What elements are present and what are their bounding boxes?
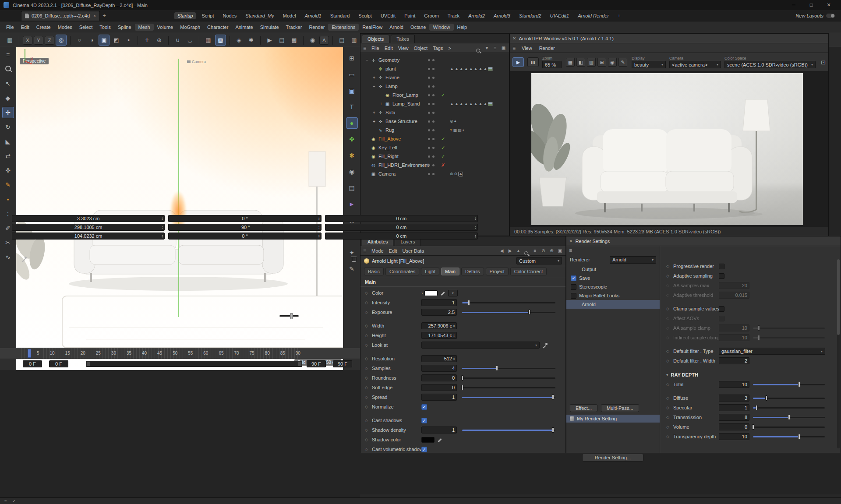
sort-icon[interactable]: ≡	[492, 46, 498, 50]
color-swatch[interactable]	[421, 437, 435, 443]
z-axis-lock-button[interactable]: Z	[45, 36, 54, 45]
layout-tab[interactable]: Arnold3	[491, 12, 513, 19]
keyframe-diamond-icon[interactable]: ◇	[666, 283, 673, 288]
menu-item[interactable]: Help	[454, 24, 471, 31]
expander-icon[interactable]: −	[371, 84, 377, 89]
object-name[interactable]: Frame	[384, 75, 399, 80]
frame-region-icon[interactable]: ▭	[346, 69, 358, 80]
object-name[interactable]: Camera	[377, 171, 396, 176]
range-start-field[interactable]: 0 F	[23, 360, 42, 367]
checkbox[interactable]	[571, 275, 576, 281]
text-tool-icon[interactable]: T	[346, 101, 358, 113]
value-field[interactable]: 10▴▾	[719, 324, 749, 331]
preset-dropdown[interactable]: Custom▾	[516, 257, 562, 264]
object-name[interactable]: Lamp	[384, 84, 398, 89]
checkbox[interactable]	[719, 316, 724, 321]
checkbox[interactable]	[719, 264, 724, 269]
filter-icon[interactable]: ▼	[484, 46, 490, 50]
layout-tab[interactable]: Arnold1	[302, 12, 325, 19]
value-field[interactable]: 10▴▾	[719, 433, 749, 440]
display-dropdown[interactable]: beauty▾	[632, 61, 666, 68]
stepper-arrows[interactable]: ▴▾	[475, 217, 476, 220]
polygon-selection-tags[interactable]: ▲▲▲▲▲▲▲▲	[450, 102, 493, 106]
keyframe-diamond-icon[interactable]: ◇	[365, 405, 372, 409]
panel-menu-item[interactable]: Mode	[369, 247, 386, 254]
stepper-arrows[interactable]: ▴▾	[318, 234, 320, 238]
pencil-icon[interactable]	[437, 437, 442, 443]
visibility-dots[interactable]	[428, 164, 435, 166]
keyframe-diamond-icon[interactable]: ◇	[365, 376, 372, 380]
object-tree-row[interactable]: ◉ Key_Left ✓ ✗ ▲▲▲▲▲▲▲▲ ⊘● ?▦▤◐ ⊕⊘A	[360, 143, 509, 152]
panel-menu-item[interactable]: >	[445, 45, 453, 52]
checkbox[interactable]	[421, 447, 427, 452]
snap-toggle-button[interactable]: ∪	[172, 35, 183, 46]
keyframe-diamond-icon[interactable]: ◇	[365, 356, 372, 361]
visibility-dots[interactable]	[428, 138, 435, 140]
value-slider[interactable]	[753, 384, 825, 385]
object-tree-row[interactable]: ◉ Fill_Right ✓ ✗ ▲▲▲▲▲▲▲▲ ⊘● ?▦▤◐ ⊕⊘A	[360, 152, 509, 161]
visibility-dots[interactable]	[428, 85, 435, 88]
keyframe-diamond-icon[interactable]: ◇	[666, 316, 673, 321]
new-window-icon[interactable]: ▣	[557, 248, 563, 253]
new-document-button[interactable]: +	[100, 12, 109, 19]
panel-menu-icon[interactable]: ≡	[510, 45, 518, 51]
stepper-arrows[interactable]: ▴▾	[318, 226, 320, 229]
pen-tool[interactable]: ✎	[2, 179, 14, 190]
checkbox[interactable]	[571, 284, 576, 290]
menu-item[interactable]: Extensions	[328, 24, 359, 31]
coordinate-system-button[interactable]: ◎	[56, 35, 67, 46]
menu-item[interactable]: Animate	[232, 24, 256, 31]
object-tree-row[interactable]: ◎ Fill_HDRI_Environment ✓ ✗ ▲▲▲▲▲▲▲▲ ⊘● …	[360, 161, 509, 169]
thumbnail-size-slider[interactable]	[279, 315, 299, 317]
keyframe-diamond-icon[interactable]: ◇	[666, 274, 673, 278]
value-slider[interactable]	[462, 397, 555, 398]
expander-icon[interactable]: +	[378, 102, 384, 106]
polygon-selection-tags[interactable]: ▲▲▲▲▲▲▲▲	[450, 67, 493, 71]
bookmark-flag-icon[interactable]: ►	[346, 198, 358, 210]
keyframe-diamond-icon[interactable]: ◇	[365, 324, 372, 328]
layout-tab[interactable]: Paint	[401, 12, 418, 19]
enabled-check-icon[interactable]: ✓	[441, 92, 445, 98]
keyframe-diamond-icon[interactable]: ◇	[365, 310, 372, 314]
paint-tool[interactable]: ▪	[2, 194, 14, 205]
ipr-pause-button[interactable]: ▮▮	[527, 57, 539, 67]
viewport-grid-icon[interactable]: ▦	[4, 35, 15, 46]
expand-arrow-icon[interactable]: ›	[421, 290, 423, 296]
keyframe-diamond-icon[interactable]: ◇	[365, 333, 372, 338]
axis-lock-button[interactable]: ✛	[141, 35, 152, 46]
render-view-button[interactable]: ▶	[264, 35, 275, 46]
expander-icon[interactable]: +	[371, 119, 377, 124]
object-tree-row[interactable]: + ▣ Lamp_Stand ✓ ✗ ▲▲▲▲▲▲▲▲ ⊘● ?▦▤◐ ⊕⊘A	[360, 99, 509, 108]
checkbox[interactable]	[571, 293, 576, 299]
keyframe-diamond-icon[interactable]: ◇	[666, 382, 673, 387]
visibility-dots[interactable]	[428, 68, 435, 70]
material-sphere-icon[interactable]: ◉	[346, 166, 358, 177]
effect-button[interactable]: Effect...	[570, 404, 597, 412]
dropdown-field[interactable]: ▾	[421, 342, 540, 349]
visibility-dots[interactable]	[428, 59, 435, 61]
ab-compare-icon[interactable]: ◧	[576, 58, 585, 67]
object-tree-row[interactable]: − ✛ Lamp ✓ ✗ ▲▲▲▲▲▲▲▲ ⊘● ?▦▤◐ ⊕⊘A	[360, 82, 509, 91]
layout-tab[interactable]: UVEdit	[378, 12, 399, 19]
section-tab[interactable]: Basic	[364, 268, 384, 275]
stepper-arrows[interactable]: ▴▾	[475, 234, 476, 238]
value-slider[interactable]	[753, 426, 825, 428]
back-icon[interactable]: ◀	[499, 248, 505, 253]
scale-tool[interactable]: ◣	[2, 136, 14, 147]
ipr-menu-view[interactable]: View	[518, 45, 536, 52]
keyframe-diamond-icon[interactable]: ◇	[365, 418, 372, 423]
value-slider[interactable]	[462, 387, 555, 388]
panel-menu-item[interactable]: View	[396, 45, 411, 52]
size-field[interactable]: 0 cm▴▾	[325, 224, 478, 231]
keyframe-diamond-icon[interactable]: ◇	[666, 264, 673, 268]
value-field[interactable]: 171.0543 c▴▾	[421, 332, 457, 339]
visibility-dots[interactable]	[428, 155, 435, 158]
object-name[interactable]: Sofa	[384, 110, 396, 115]
close-button[interactable]: ✕	[820, 2, 837, 8]
menu-item[interactable]: Render	[305, 24, 328, 31]
value-field[interactable]: 3▴▾	[719, 395, 749, 402]
material-tag-icons[interactable]: ?▦▤◐	[450, 128, 465, 132]
object-name[interactable]: Fill_Right	[377, 154, 399, 159]
layout-tab[interactable]: UV-Edit1	[547, 12, 572, 19]
x-axis-lock-button[interactable]: X	[23, 36, 32, 45]
